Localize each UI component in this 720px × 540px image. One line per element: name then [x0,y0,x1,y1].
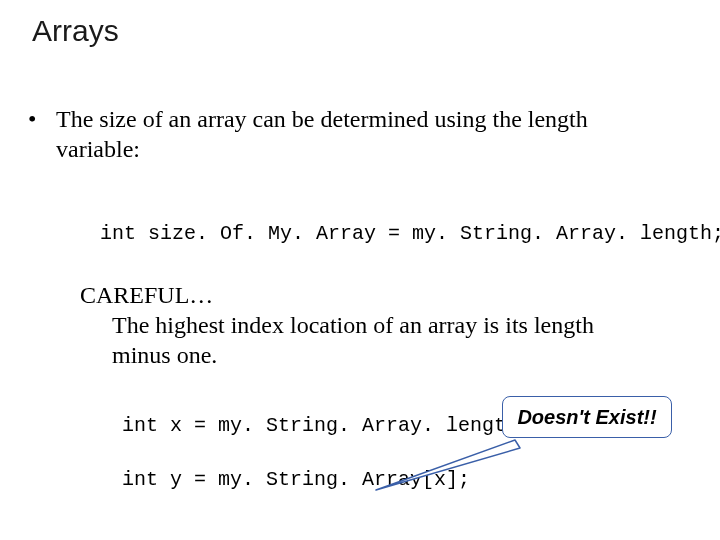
careful-text: The highest index location of an array i… [80,310,650,370]
slide-title: Arrays [32,14,119,48]
code-line-2: int x = my. String. Array. length; [122,414,530,437]
bullet-text: The size of an array can be determined u… [56,104,656,164]
callout-bubble: Doesn't Exist!! [502,396,672,438]
careful-label: CAREFUL… [80,280,650,310]
slide: Arrays • The size of an array can be det… [0,0,720,540]
bullet-marker: • [28,104,50,134]
callout-text: Doesn't Exist!! [517,406,656,429]
bullet-item: • The size of an array can be determined… [28,104,668,164]
code-line-3: int y = my. String. Array[x]; [122,468,470,491]
code-line-1: int size. Of. My. Array = my. String. Ar… [100,222,720,245]
careful-block: CAREFUL… The highest index location of a… [80,280,650,370]
